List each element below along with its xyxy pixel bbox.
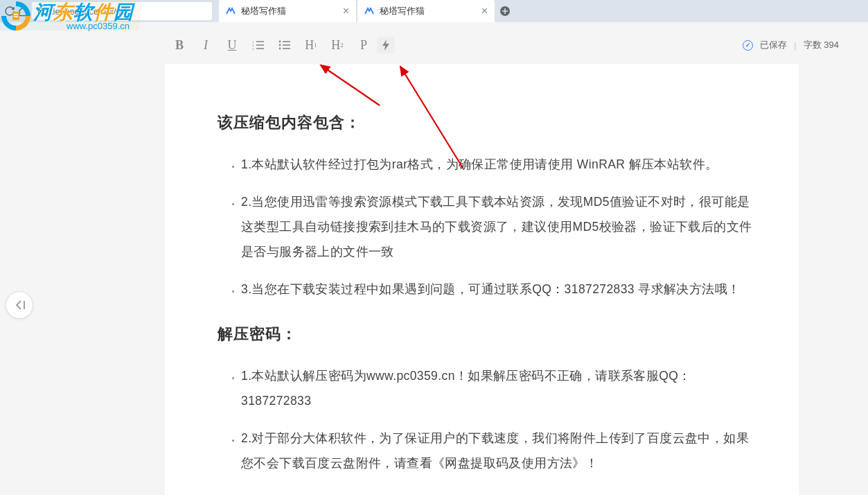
app-content: B I U 123 H1 H2 P ✓ 已保存 | 字数 394 该压缩包内容包… [0, 22, 868, 495]
underline-button[interactable]: U [219, 35, 245, 55]
h1-button[interactable]: H1 [298, 35, 324, 55]
doc-heading: 该压缩包内容包含： [218, 112, 757, 133]
list-item: 2.当您使用迅雷等搜索资源模式下载工具下载本站资源，发现MD5值验证不对时，很可… [241, 190, 757, 265]
plus-icon [499, 6, 511, 17]
browser-chrome: xiezuocat.com/#/ed 秘塔写作猫 × 秘塔写作猫 × [0, 0, 868, 22]
sidebar-toggle-button[interactable] [6, 291, 33, 319]
svg-point-11 [279, 41, 281, 43]
list-item: 1.本站默认解压密码为www.pc0359.cn！如果解压密码不正确，请联系客服… [241, 364, 757, 414]
lightning-button[interactable] [377, 37, 395, 53]
list-item: 1.本站默认软件经过打包为rar格式，为确保正常使用请使用 WinRAR 解压本… [241, 153, 757, 177]
tab-2[interactable]: 秘塔写作猫 × [357, 0, 495, 22]
reload-icon[interactable] [4, 6, 15, 17]
unordered-list-button[interactable] [272, 35, 298, 55]
doc-list: 1.本站默认解压密码为www.pc0359.cn！如果解压密码不正确，请联系客服… [218, 364, 757, 476]
add-tab-button[interactable] [496, 0, 514, 22]
svg-point-12 [279, 44, 281, 46]
italic-button[interactable]: I [193, 35, 219, 55]
wordcount: 字数 394 [804, 39, 839, 51]
tab-bar: 秘塔写作猫 × 秘塔写作猫 × [219, 0, 514, 22]
tab-title: 秘塔写作猫 [380, 5, 425, 17]
ul-icon [278, 40, 291, 51]
separator: | [794, 40, 796, 51]
check-icon: ✓ [743, 40, 753, 51]
bold-button[interactable]: B [166, 35, 193, 55]
close-icon[interactable]: × [343, 5, 349, 17]
tab-favicon [226, 6, 236, 16]
home-icon[interactable] [18, 6, 29, 17]
svg-point-13 [279, 48, 281, 50]
document-editor[interactable]: 该压缩包内容包含： 1.本站默认软件经过打包为rar格式，为确保正常使用请使用 … [165, 64, 799, 495]
status-bar: ✓ 已保存 | 字数 394 [743, 39, 839, 51]
paragraph-button[interactable]: P [351, 35, 377, 55]
h2-button[interactable]: H2 [324, 35, 351, 55]
lightning-icon [382, 40, 390, 51]
doc-list: 1.本站默认软件经过打包为rar格式，为确保正常使用请使用 WinRAR 解压本… [218, 153, 757, 302]
list-item: 3.当您在下载安装过程中如果遇到问题，可通过联系QQ：3187272833 寻求… [241, 277, 757, 302]
ordered-list-button[interactable]: 123 [245, 35, 272, 55]
close-icon[interactable]: × [481, 5, 488, 17]
lock-icon [37, 7, 44, 15]
svg-text:3: 3 [252, 47, 254, 51]
doc-heading: 解压密码： [218, 324, 757, 345]
svg-rect-0 [38, 10, 44, 15]
ol-icon: 123 [252, 40, 265, 51]
tab-title: 秘塔写作猫 [241, 5, 286, 17]
list-item: 2.对于部分大体积软件，为了保证用户的下载速度，我们将附件上传到了百度云盘中，如… [241, 426, 757, 476]
tab-favicon [364, 6, 374, 16]
format-toolbar: B I U 123 H1 H2 P [166, 35, 395, 55]
tab-1[interactable]: 秘塔写作猫 × [219, 0, 356, 22]
address-bar[interactable]: xiezuocat.com/#/ed [32, 2, 212, 20]
url-text: xiezuocat.com/#/ed [48, 6, 126, 17]
nav-buttons [4, 6, 29, 17]
collapse-icon [12, 299, 26, 311]
saved-label: 已保存 [760, 39, 787, 51]
